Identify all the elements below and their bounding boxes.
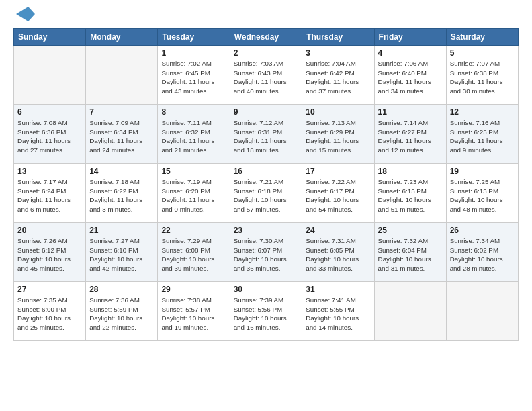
logo-arrow-icon — [16, 7, 35, 21]
calendar-week-row: 13Sunrise: 7:17 AM Sunset: 6:24 PM Dayli… — [14, 164, 519, 223]
calendar-cell: 30Sunrise: 7:39 AM Sunset: 5:56 PM Dayli… — [230, 282, 302, 341]
day-number: 21 — [89, 226, 154, 235]
calendar-cell: 22Sunrise: 7:29 AM Sunset: 6:08 PM Dayli… — [158, 223, 230, 282]
calendar-table: SundayMondayTuesdayWednesdayThursdayFrid… — [13, 28, 519, 341]
day-number: 13 — [17, 167, 82, 176]
day-number: 26 — [450, 226, 515, 235]
day-detail: Sunrise: 7:09 AM Sunset: 6:34 PM Dayligh… — [89, 118, 154, 155]
day-number: 24 — [306, 226, 370, 235]
weekday-header: Monday — [86, 29, 158, 46]
day-number: 25 — [378, 226, 443, 235]
calendar-cell: 16Sunrise: 7:21 AM Sunset: 6:18 PM Dayli… — [230, 164, 302, 223]
day-detail: Sunrise: 7:19 AM Sunset: 6:20 PM Dayligh… — [161, 177, 226, 214]
calendar-cell: 15Sunrise: 7:19 AM Sunset: 6:20 PM Dayli… — [158, 164, 230, 223]
day-detail: Sunrise: 7:34 AM Sunset: 6:02 PM Dayligh… — [450, 236, 515, 273]
calendar-week-row: 1Sunrise: 7:02 AM Sunset: 6:45 PM Daylig… — [14, 46, 519, 105]
calendar-cell: 14Sunrise: 7:18 AM Sunset: 6:22 PM Dayli… — [86, 164, 158, 223]
calendar-cell — [446, 282, 518, 341]
calendar-cell: 17Sunrise: 7:22 AM Sunset: 6:17 PM Dayli… — [302, 164, 374, 223]
calendar-week-row: 20Sunrise: 7:26 AM Sunset: 6:12 PM Dayli… — [14, 223, 519, 282]
day-detail: Sunrise: 7:07 AM Sunset: 6:38 PM Dayligh… — [450, 59, 515, 96]
weekday-header: Sunday — [14, 29, 86, 46]
calendar-cell: 10Sunrise: 7:13 AM Sunset: 6:29 PM Dayli… — [302, 105, 374, 164]
day-detail: Sunrise: 7:02 AM Sunset: 6:45 PM Dayligh… — [161, 59, 226, 96]
calendar-cell: 3Sunrise: 7:04 AM Sunset: 6:42 PM Daylig… — [302, 46, 374, 105]
day-detail: Sunrise: 7:23 AM Sunset: 6:15 PM Dayligh… — [378, 177, 443, 214]
day-number: 17 — [306, 167, 370, 176]
day-detail: Sunrise: 7:38 AM Sunset: 5:57 PM Dayligh… — [161, 295, 226, 332]
calendar-cell: 25Sunrise: 7:32 AM Sunset: 6:04 PM Dayli… — [374, 223, 446, 282]
calendar-week-row: 27Sunrise: 7:35 AM Sunset: 6:00 PM Dayli… — [14, 282, 519, 341]
calendar-cell: 24Sunrise: 7:31 AM Sunset: 6:05 PM Dayli… — [302, 223, 374, 282]
calendar-cell: 23Sunrise: 7:30 AM Sunset: 6:07 PM Dayli… — [230, 223, 302, 282]
day-number: 10 — [306, 107, 370, 117]
day-detail: Sunrise: 7:18 AM Sunset: 6:22 PM Dayligh… — [89, 177, 154, 214]
weekday-header: Thursday — [302, 29, 374, 46]
day-number: 29 — [161, 285, 226, 294]
day-number: 18 — [378, 167, 443, 176]
day-detail: Sunrise: 7:17 AM Sunset: 6:24 PM Dayligh… — [17, 177, 82, 214]
calendar-cell: 13Sunrise: 7:17 AM Sunset: 6:24 PM Dayli… — [14, 164, 86, 223]
calendar-cell: 20Sunrise: 7:26 AM Sunset: 6:12 PM Dayli… — [14, 223, 86, 282]
calendar-cell: 19Sunrise: 7:25 AM Sunset: 6:13 PM Dayli… — [446, 164, 518, 223]
day-detail: Sunrise: 7:25 AM Sunset: 6:13 PM Dayligh… — [450, 177, 515, 214]
calendar-cell: 6Sunrise: 7:08 AM Sunset: 6:36 PM Daylig… — [14, 105, 86, 164]
weekday-header: Saturday — [446, 29, 518, 46]
calendar-week-row: 6Sunrise: 7:08 AM Sunset: 6:36 PM Daylig… — [14, 105, 519, 164]
day-detail: Sunrise: 7:11 AM Sunset: 6:32 PM Dayligh… — [161, 118, 226, 155]
day-number: 9 — [234, 107, 299, 117]
day-detail: Sunrise: 7:16 AM Sunset: 6:25 PM Dayligh… — [450, 118, 515, 155]
svg-marker-0 — [16, 7, 35, 21]
calendar-cell: 1Sunrise: 7:02 AM Sunset: 6:45 PM Daylig… — [158, 46, 230, 105]
calendar-body: 1Sunrise: 7:02 AM Sunset: 6:45 PM Daylig… — [14, 46, 519, 341]
calendar-cell: 31Sunrise: 7:41 AM Sunset: 5:55 PM Dayli… — [302, 282, 374, 341]
day-number: 2 — [234, 48, 299, 58]
calendar-cell: 7Sunrise: 7:09 AM Sunset: 6:34 PM Daylig… — [86, 105, 158, 164]
day-number: 23 — [234, 226, 299, 235]
day-detail: Sunrise: 7:29 AM Sunset: 6:08 PM Dayligh… — [161, 236, 226, 273]
logo — [13, 12, 35, 21]
day-number: 12 — [450, 107, 515, 117]
calendar-cell: 11Sunrise: 7:14 AM Sunset: 6:27 PM Dayli… — [374, 105, 446, 164]
day-number: 31 — [306, 285, 370, 294]
weekday-header: Wednesday — [230, 29, 302, 46]
page: SundayMondayTuesdayWednesdayThursdayFrid… — [0, 0, 532, 348]
calendar-cell: 8Sunrise: 7:11 AM Sunset: 6:32 PM Daylig… — [158, 105, 230, 164]
day-detail: Sunrise: 7:26 AM Sunset: 6:12 PM Dayligh… — [17, 236, 82, 273]
day-detail: Sunrise: 7:04 AM Sunset: 6:42 PM Dayligh… — [306, 59, 370, 96]
calendar-cell — [374, 282, 446, 341]
calendar-cell: 26Sunrise: 7:34 AM Sunset: 6:02 PM Dayli… — [446, 223, 518, 282]
day-detail: Sunrise: 7:13 AM Sunset: 6:29 PM Dayligh… — [306, 118, 370, 155]
day-number: 4 — [378, 48, 443, 58]
calendar-cell: 18Sunrise: 7:23 AM Sunset: 6:15 PM Dayli… — [374, 164, 446, 223]
day-number: 14 — [89, 167, 154, 176]
day-number: 22 — [161, 226, 226, 235]
weekday-header: Tuesday — [158, 29, 230, 46]
calendar-cell: 28Sunrise: 7:36 AM Sunset: 5:59 PM Dayli… — [86, 282, 158, 341]
header — [13, 12, 519, 21]
day-number: 8 — [161, 107, 226, 117]
day-detail: Sunrise: 7:21 AM Sunset: 6:18 PM Dayligh… — [234, 177, 299, 214]
day-detail: Sunrise: 7:03 AM Sunset: 6:43 PM Dayligh… — [234, 59, 299, 96]
day-detail: Sunrise: 7:22 AM Sunset: 6:17 PM Dayligh… — [306, 177, 370, 214]
calendar-cell: 29Sunrise: 7:38 AM Sunset: 5:57 PM Dayli… — [158, 282, 230, 341]
calendar-cell — [14, 46, 86, 105]
day-detail: Sunrise: 7:14 AM Sunset: 6:27 PM Dayligh… — [378, 118, 443, 155]
calendar-cell: 27Sunrise: 7:35 AM Sunset: 6:00 PM Dayli… — [14, 282, 86, 341]
calendar-cell: 4Sunrise: 7:06 AM Sunset: 6:40 PM Daylig… — [374, 46, 446, 105]
day-number: 7 — [89, 107, 154, 117]
day-number: 28 — [89, 285, 154, 294]
day-detail: Sunrise: 7:12 AM Sunset: 6:31 PM Dayligh… — [234, 118, 299, 155]
day-detail: Sunrise: 7:32 AM Sunset: 6:04 PM Dayligh… — [378, 236, 443, 273]
day-detail: Sunrise: 7:27 AM Sunset: 6:10 PM Dayligh… — [89, 236, 154, 273]
day-number: 15 — [161, 167, 226, 176]
calendar-cell: 9Sunrise: 7:12 AM Sunset: 6:31 PM Daylig… — [230, 105, 302, 164]
day-detail: Sunrise: 7:08 AM Sunset: 6:36 PM Dayligh… — [17, 118, 82, 155]
day-number: 5 — [450, 48, 515, 58]
day-number: 27 — [17, 285, 82, 294]
day-detail: Sunrise: 7:35 AM Sunset: 6:00 PM Dayligh… — [17, 295, 82, 332]
day-detail: Sunrise: 7:39 AM Sunset: 5:56 PM Dayligh… — [234, 295, 299, 332]
day-number: 20 — [17, 226, 82, 235]
day-number: 30 — [234, 285, 299, 294]
day-detail: Sunrise: 7:31 AM Sunset: 6:05 PM Dayligh… — [306, 236, 370, 273]
